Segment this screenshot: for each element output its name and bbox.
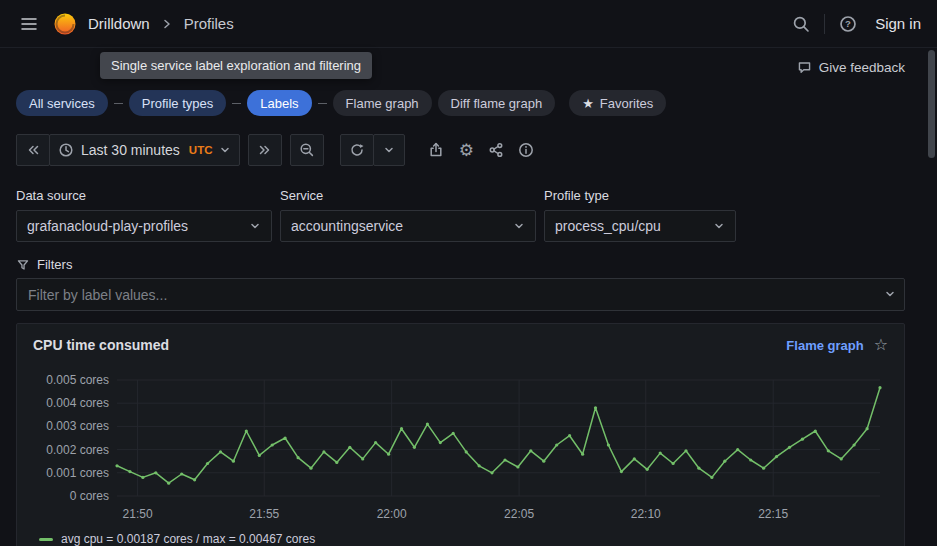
grafana-logo[interactable] (52, 11, 78, 37)
svg-text:0.004 cores: 0.004 cores (46, 396, 109, 410)
svg-text:21:50: 21:50 (123, 507, 153, 521)
subheader: Single service label exploration and fil… (16, 48, 905, 86)
help-button[interactable]: ? (835, 11, 861, 37)
time-range-label: Last 30 minutes (81, 142, 180, 158)
give-feedback-link[interactable]: Give feedback (797, 60, 905, 75)
datasource-select[interactable]: grafanacloud-play-profiles (16, 210, 272, 242)
tab-labels-label: Labels (260, 96, 298, 111)
search-icon (792, 15, 810, 33)
double-chevron-left-icon (25, 142, 41, 158)
flame-graph-link[interactable]: Flame graph (786, 338, 863, 353)
chevron-right-icon (160, 17, 174, 31)
menu-button[interactable] (16, 11, 42, 37)
share-button[interactable] (481, 134, 511, 166)
tab-favorites[interactable]: ★ Favorites (569, 90, 666, 116)
double-chevron-right-icon (257, 142, 273, 158)
svg-text:0.002 cores: 0.002 cores (46, 443, 109, 457)
tab-labels[interactable]: Labels (247, 90, 311, 116)
chevron-down-icon (383, 144, 395, 156)
chevron-down-icon (884, 288, 896, 300)
exploration-tabs: All services Profile types Labels Flame … (16, 90, 905, 116)
cpu-panel-header: CPU time consumed Flame graph ☆ (33, 334, 888, 356)
tab-all-services-label: All services (29, 96, 95, 111)
sign-in-link[interactable]: Sign in (875, 15, 921, 32)
time-picker-group: Last 30 minutes UTC (16, 134, 240, 166)
scrollbar-track[interactable] (927, 48, 937, 546)
search-button[interactable] (788, 11, 814, 37)
svg-text:0.003 cores: 0.003 cores (46, 419, 109, 433)
refresh-icon (349, 142, 365, 158)
legend-item[interactable]: avg cpu = 0.00187 cores / max = 0.00467 … (33, 530, 888, 546)
profile-type-select[interactable]: process_cpu/cpu (544, 210, 736, 242)
time-shift-forward-button[interactable] (248, 134, 282, 166)
page-body: Single service label exploration and fil… (0, 48, 937, 546)
favorite-panel-button[interactable]: ☆ (874, 337, 888, 353)
svg-text:?: ? (845, 18, 851, 29)
svg-text:22:00: 22:00 (377, 507, 407, 521)
cpu-panel: CPU time consumed Flame graph ☆ 0 cores0… (16, 323, 905, 546)
tab-connector (114, 103, 123, 104)
grafana-logo-icon (52, 11, 78, 37)
profile-type-value: process_cpu/cpu (555, 218, 661, 234)
time-range-button[interactable]: Last 30 minutes UTC (49, 134, 240, 166)
svg-text:0.005 cores: 0.005 cores (46, 373, 109, 387)
service-value: accountingservice (291, 218, 403, 234)
svg-text:22:10: 22:10 (631, 507, 661, 521)
tab-profile-types[interactable]: Profile types (129, 90, 227, 116)
timezone-label: UTC (189, 144, 213, 156)
tab-flame-graph[interactable]: Flame graph (333, 90, 432, 116)
profile-type-field: Profile type process_cpu/cpu (544, 188, 736, 242)
topnav-divider (824, 14, 825, 34)
comment-icon (797, 60, 812, 75)
chevron-down-icon (219, 144, 231, 156)
info-icon (518, 142, 534, 158)
filters-label: Filters (37, 257, 72, 272)
cpu-time-chart[interactable]: 0 cores0.001 cores0.002 cores0.003 cores… (33, 360, 888, 530)
export-button[interactable] (421, 134, 451, 166)
service-select[interactable]: accountingservice (280, 210, 536, 242)
filter-input[interactable] (16, 278, 905, 311)
svg-text:0 cores: 0 cores (70, 489, 109, 503)
refresh-button[interactable] (340, 134, 374, 166)
help-icon: ? (839, 15, 857, 33)
datasource-value: grafanacloud-play-profiles (27, 218, 188, 234)
svg-text:22:05: 22:05 (504, 507, 534, 521)
refresh-group (340, 134, 405, 166)
tooltip: Single service label exploration and fil… (100, 52, 372, 79)
panel-title: CPU time consumed (33, 337, 169, 353)
chevron-down-icon (513, 220, 525, 232)
info-button[interactable] (511, 134, 541, 166)
tab-diff-flame-graph[interactable]: Diff flame graph (438, 90, 556, 116)
settings-button[interactable]: ⚙ (451, 134, 481, 166)
datasource-label: Data source (16, 188, 272, 203)
breadcrumb-app-link[interactable]: Drilldown (88, 15, 150, 32)
zoom-out-icon (299, 142, 315, 158)
chevron-down-icon (713, 220, 725, 232)
service-label: Service (280, 188, 536, 203)
tab-favorites-label: Favorites (600, 96, 653, 111)
datasource-field: Data source grafanacloud-play-profiles (16, 188, 272, 242)
tab-diff-flame-graph-label: Diff flame graph (451, 96, 543, 111)
star-icon: ★ (582, 97, 594, 110)
tab-connector (318, 103, 327, 104)
time-shift-back-button[interactable] (16, 134, 50, 166)
filters-header: Filters (16, 257, 905, 272)
tab-all-services[interactable]: All services (16, 90, 108, 116)
time-toolbar: Last 30 minutes UTC (16, 134, 905, 166)
zoom-out-button[interactable] (290, 134, 324, 166)
svg-text:0.001 cores: 0.001 cores (46, 466, 109, 480)
svg-text:21:55: 21:55 (249, 507, 279, 521)
star-outline-icon: ☆ (874, 336, 888, 353)
chevron-down-icon (249, 220, 261, 232)
service-field: Service accountingservice (280, 188, 536, 242)
gear-icon: ⚙ (459, 142, 474, 159)
share-icon (488, 142, 504, 158)
scrollbar-thumb[interactable] (928, 50, 935, 158)
hamburger-icon (20, 15, 38, 33)
panel-actions: Flame graph ☆ (786, 337, 888, 353)
tab-profile-types-label: Profile types (142, 96, 214, 111)
filter-funnel-icon (16, 258, 30, 272)
refresh-interval-button[interactable] (373, 134, 405, 166)
legend-label: avg cpu = 0.00187 cores / max = 0.00467 … (61, 532, 315, 546)
breadcrumb-page: Profiles (184, 15, 234, 32)
